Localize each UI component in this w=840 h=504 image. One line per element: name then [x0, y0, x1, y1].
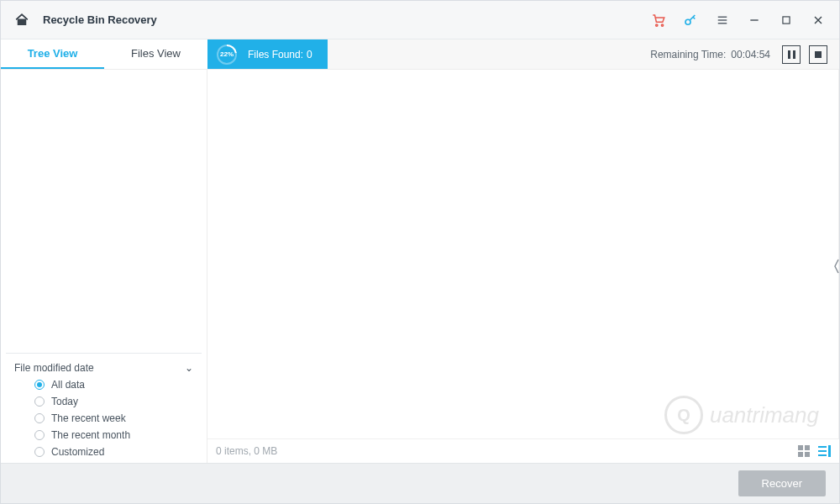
svg-rect-10 — [818, 446, 827, 448]
titlebar-left: Recycle Bin Recovery — [13, 11, 157, 29]
status-bar: 0 items, 0 MB — [207, 439, 839, 463]
scan-progress: 22% Files Found: 0 — [207, 39, 328, 69]
footer: Recover — [1, 463, 839, 503]
toolbar: Tree View Files View 22% Files Found: 0 … — [1, 39, 839, 70]
view-mode-toggles — [797, 444, 831, 458]
files-found-label: Files Found: — [248, 49, 303, 60]
radio-icon — [34, 396, 45, 407]
svg-point-2 — [685, 19, 690, 24]
filter-options: All data Today The recent week The recen… — [14, 379, 193, 458]
radio-icon — [34, 380, 45, 390]
filter-panel: File modified date ⌄ All data Today The … — [6, 353, 202, 463]
svg-rect-6 — [798, 445, 803, 450]
tab-files-view[interactable]: Files View — [104, 39, 207, 69]
sidebar: File modified date ⌄ All data Today The … — [1, 70, 207, 463]
tree-area — [1, 70, 207, 353]
svg-rect-13 — [828, 445, 831, 457]
page-title: Recycle Bin Recovery — [43, 13, 157, 26]
radio-icon — [34, 447, 45, 457]
filter-option-label: Today — [51, 396, 78, 407]
filter-option-custom[interactable]: Customized — [34, 446, 193, 458]
filter-option-month[interactable]: The recent month — [34, 429, 193, 441]
tab-tree-view[interactable]: Tree View — [1, 39, 104, 69]
recover-button[interactable]: Recover — [738, 470, 826, 496]
svg-rect-12 — [818, 454, 827, 456]
remaining-time-label: Remaining Time: — [650, 49, 726, 60]
pause-button[interactable] — [782, 45, 801, 64]
svg-rect-11 — [818, 450, 827, 452]
svg-rect-3 — [783, 16, 790, 23]
view-tabs: Tree View Files View — [1, 39, 207, 69]
filter-option-label: Customized — [51, 446, 104, 458]
scan-controls — [782, 39, 839, 69]
chevron-down-icon: ⌄ — [185, 362, 193, 374]
files-found-value: 0 — [307, 49, 312, 60]
filter-option-all[interactable]: All data — [34, 379, 193, 391]
filter-option-today[interactable]: Today — [34, 396, 193, 407]
progress-ring-icon: 22% — [216, 44, 238, 66]
cart-icon[interactable] — [649, 11, 668, 29]
filter-option-label: The recent month — [51, 429, 130, 441]
svg-point-1 — [661, 24, 663, 25]
stop-button[interactable] — [809, 45, 827, 64]
side-panel-handle[interactable] — [833, 249, 840, 283]
filter-header[interactable]: File modified date ⌄ — [14, 360, 193, 379]
remaining-time: Remaining Time: 00:04:54 — [638, 39, 782, 69]
close-icon[interactable] — [809, 11, 827, 29]
remaining-time-value: 00:04:54 — [731, 49, 770, 60]
radio-icon — [34, 430, 45, 440]
files-found: Files Found: 0 — [248, 49, 312, 60]
filter-option-label: All data — [51, 379, 85, 391]
menu-icon[interactable] — [713, 11, 732, 29]
filter-header-label: File modified date — [14, 362, 94, 374]
status-summary: 0 items, 0 MB — [216, 445, 277, 457]
grid-view-icon[interactable] — [797, 444, 811, 458]
svg-rect-8 — [798, 452, 803, 457]
radio-icon — [34, 413, 45, 423]
svg-rect-7 — [805, 445, 810, 450]
titlebar: Recycle Bin Recovery — [1, 1, 839, 39]
filter-option-label: The recent week — [51, 412, 126, 424]
file-list-area — [207, 70, 839, 439]
minimize-icon[interactable] — [745, 11, 764, 29]
svg-rect-9 — [805, 452, 810, 457]
body: File modified date ⌄ All data Today The … — [1, 70, 839, 463]
maximize-icon[interactable] — [777, 11, 795, 29]
titlebar-actions — [649, 11, 827, 29]
app-window: Recycle Bin Recovery — [0, 0, 840, 504]
key-icon[interactable] — [681, 11, 700, 29]
list-view-icon[interactable] — [817, 444, 831, 458]
home-icon[interactable] — [13, 11, 31, 29]
svg-point-0 — [656, 24, 658, 25]
progress-percent: 22% — [216, 44, 238, 66]
main-panel: 0 items, 0 MB — [207, 70, 839, 463]
filter-option-week[interactable]: The recent week — [34, 412, 193, 424]
